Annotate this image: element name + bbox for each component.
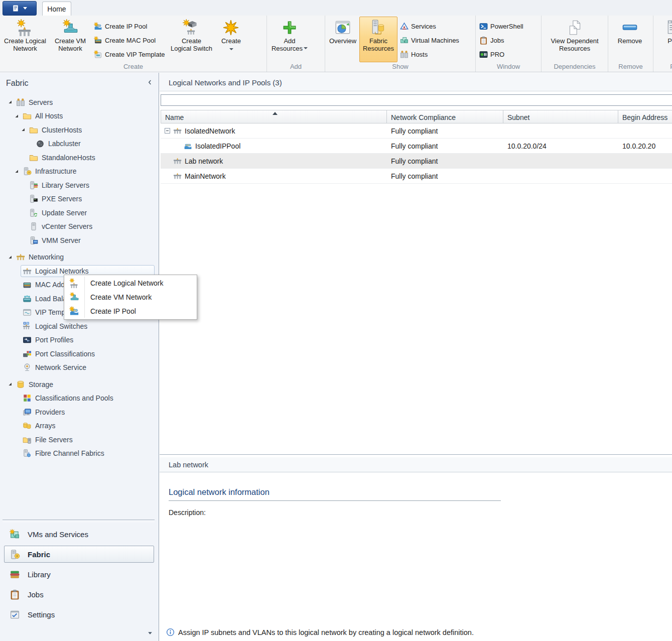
create-ip-pool-button[interactable]: Create IP Pool (91, 19, 167, 33)
sidebar-item-networking[interactable]: Networking (0, 250, 158, 265)
workspace-vms-and-services[interactable]: VMs and Services (0, 524, 158, 544)
tree-expand-icon (8, 381, 13, 387)
tree-item-content: PXE Servers (27, 193, 155, 205)
workspace-jobs[interactable]: Jobs (0, 584, 158, 604)
powershell-button[interactable]: PowerShell (477, 19, 526, 33)
tree-item-label: Logical Switches (35, 322, 87, 330)
fibre-channel-icon (23, 449, 32, 458)
cell-begin-address (618, 169, 672, 183)
create-logical-switch-button[interactable]: Create Logical Switch (167, 17, 215, 62)
sidebar-item-port-classifications[interactable]: Port Classifications (0, 347, 158, 361)
sidebar-item-all-hosts[interactable]: All Hosts (0, 109, 158, 123)
table-row-isolatednetwork[interactable]: IsolatedNetworkFully compliant (161, 123, 672, 139)
results-title: Logical Networks and IP Pools (3) (160, 73, 672, 91)
column-header-label: Begin Address (622, 113, 667, 121)
ribbon-stack: PowerShellJobsPRO (477, 17, 526, 62)
tree-expand-arrow[interactable] (6, 99, 14, 106)
sidebar-item-arrays[interactable]: Arrays (0, 419, 158, 433)
tree-expand-arrow[interactable] (6, 253, 14, 261)
collapse-toggle[interactable] (165, 128, 170, 134)
prop-button[interactable]: Prop (654, 17, 672, 62)
sidebar-item-storage[interactable]: Storage (0, 377, 158, 392)
tree-item-label: Infrastructure (35, 167, 76, 175)
create-button[interactable]: Create (215, 17, 246, 62)
button-label: Fabric Resources (363, 37, 394, 52)
overview-button[interactable]: Overview (326, 17, 359, 62)
add-resources-button[interactable]: Add Resources (268, 17, 311, 62)
sidebar-item-fibre-channel-fabrics[interactable]: Fibre Channel Fabrics (0, 447, 158, 461)
menu-item-create-vm-network[interactable]: Create VM Network (64, 290, 197, 304)
tree-item-label: PXE Servers (42, 195, 82, 203)
jobs-button[interactable]: Jobs (477, 33, 526, 47)
sidebar-item-pxe-servers[interactable]: PXE Servers (0, 192, 158, 206)
workspace-label: VMs and Services (28, 530, 88, 539)
tree-expand-arrow[interactable] (6, 381, 14, 388)
sidebar-item-library-servers[interactable]: Library Servers (0, 178, 158, 192)
sidebar-item-update-server[interactable]: Update Server (0, 206, 158, 220)
menu-item-create-logical-network[interactable]: Create Logical Network (64, 276, 197, 290)
tree-item-content: File Servers (21, 434, 155, 446)
tree-arrow-slot (13, 395, 21, 402)
sidebar-item-servers[interactable]: Servers (0, 95, 158, 109)
status-text: Assign IP subnets and VLANs to this logi… (178, 628, 474, 636)
tree-arrow-slot (13, 350, 21, 357)
column-header-network-compliance[interactable]: Network Compliance (387, 110, 503, 123)
view-dependent-resources-button[interactable]: View Dependent Resources (543, 17, 607, 62)
sidebar-item-infrastructure[interactable]: Infrastructure (0, 165, 158, 179)
table-row-lab-network[interactable]: Lab networkFully compliant (161, 154, 672, 169)
sidebar-title-label: Fabric (6, 79, 28, 87)
services-button[interactable]: Services (397, 19, 462, 33)
sidebar-item-clusterhosts[interactable]: ClusterHosts (0, 123, 158, 137)
column-header-begin-address[interactable]: Begin Address (618, 110, 672, 123)
tree-expand-arrow[interactable] (13, 168, 21, 175)
column-header-subnet[interactable]: Subnet (503, 110, 618, 123)
cell-subnet (503, 169, 618, 183)
column-header-name[interactable]: Name (161, 110, 387, 123)
tree-expand-arrow[interactable] (19, 126, 27, 134)
sidebar-item-network-service[interactable]: Network Service (0, 361, 158, 375)
detail-title: Lab network (160, 457, 672, 472)
workspace-settings[interactable]: Settings (0, 604, 158, 624)
mac-pool-icon (23, 280, 32, 289)
table-row-mainnetwork[interactable]: MainNetworkFully compliant (161, 169, 672, 184)
sidebar-item-file-servers[interactable]: File Servers (0, 433, 158, 447)
pro-icon (479, 50, 488, 59)
detail-splitter[interactable] (160, 454, 672, 455)
collapse-sidebar-icon[interactable] (147, 79, 154, 86)
hosts-button[interactable]: Hosts (397, 47, 462, 61)
update-server-icon (29, 208, 38, 217)
filter-input[interactable] (161, 94, 672, 106)
sidebar-item-port-profiles[interactable]: Port Profiles (0, 333, 158, 347)
tree-expand-arrow[interactable] (13, 112, 21, 119)
virtual-machines-button[interactable]: Virtual Machines (397, 33, 462, 47)
create-vm-network-button[interactable]: Create VM Network (49, 17, 91, 62)
button-label: Create IP Pool (105, 23, 147, 30)
ribbon-group-show: OverviewFabric ResourcesServicesVirtual … (325, 16, 476, 72)
sidebar-item-vmm-server[interactable]: VMM Server (0, 233, 158, 247)
sidebar-item-logical-switches[interactable]: Logical Switches (0, 319, 158, 333)
tab-home[interactable]: Home (42, 2, 71, 16)
sidebar-item-providers[interactable]: Providers (0, 405, 158, 419)
sidebar-item-classifications-and-pools[interactable]: Classifications and Pools (0, 392, 158, 406)
app-menu-button[interactable] (3, 1, 37, 16)
ribbon-group-label: Remove (608, 62, 653, 72)
workspace-library[interactable]: Library (0, 564, 158, 584)
fabric-icon (10, 549, 20, 560)
menu-item-create-ip-pool[interactable]: Create IP Pool (64, 304, 197, 318)
fabric-resources-button[interactable]: Fabric Resources (359, 17, 397, 62)
sidebar-item-vcenter-servers[interactable]: vCenter Servers (0, 220, 158, 234)
table-row-isolatedippool[interactable]: IsolatedIPPoolFully compliant10.0.20.0/2… (161, 139, 672, 154)
create-vip-template-button[interactable]: Create VIP Template (91, 47, 167, 61)
tree-item-label: StandaloneHosts (42, 154, 95, 162)
sidebar-item-labcluster[interactable]: Labcluster (0, 137, 158, 151)
sidebar-splitter[interactable] (3, 520, 155, 522)
ribbon-group-label: Show (325, 62, 475, 72)
sidebar-item-standalonehosts[interactable]: StandaloneHosts (0, 151, 158, 165)
create-logical-network-button[interactable]: Create Logical Network (1, 17, 49, 62)
create-mac-pool-button[interactable]: Create MAC Pool (91, 33, 167, 47)
workspace-fabric[interactable]: Fabric (0, 544, 158, 564)
vms-services-icon (10, 529, 20, 540)
chevron-down-icon[interactable] (147, 630, 154, 636)
pro-button[interactable]: PRO (477, 47, 526, 61)
remove-button[interactable]: Remove (609, 17, 650, 62)
